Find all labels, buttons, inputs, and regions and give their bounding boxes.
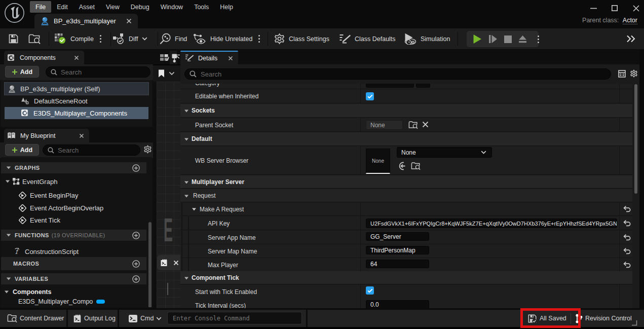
menu-asset[interactable]: Asset	[73, 1, 100, 13]
tab-my-blueprint[interactable]: My Blueprint	[4, 129, 89, 142]
asset-tab-close-icon[interactable]	[126, 18, 132, 24]
row-make-a-request[interactable]: Make A Request	[180, 203, 632, 216]
components-search[interactable]	[46, 66, 150, 78]
revision-control-button[interactable]: Revision Control	[575, 310, 632, 327]
toast-close-icon[interactable]	[173, 260, 179, 266]
stop-button[interactable]	[504, 35, 512, 43]
tree-row-self[interactable]: BP_e3ds_multiplayer (Self)	[5, 83, 148, 95]
bookmarks-icon[interactable]	[158, 69, 165, 78]
play-button[interactable]	[473, 34, 482, 44]
my-blueprint-search-input[interactable]	[58, 147, 140, 154]
save-asset-button[interactable]	[8, 28, 19, 49]
socket-clear-icon[interactable]	[422, 121, 429, 128]
event-tick-item[interactable]: Event Tick	[1, 215, 146, 225]
menu-view[interactable]: View	[100, 1, 125, 13]
my-blueprint-search[interactable]	[43, 144, 140, 156]
graphs-section-header[interactable]: GRAPHS	[1, 162, 146, 173]
hide-unrelated-options-kebab-icon[interactable]	[258, 35, 260, 43]
browse-to-asset-icon[interactable]	[411, 162, 421, 170]
compile-button[interactable]: Compile	[54, 28, 94, 49]
details-tab-close-icon[interactable]	[228, 56, 233, 61]
close-window-icon[interactable]	[631, 3, 641, 13]
details-search[interactable]	[184, 68, 611, 80]
editable-when-inherited-checkbox[interactable]	[366, 92, 374, 100]
reset-to-default-icon[interactable]	[622, 220, 632, 227]
menu-help[interactable]: Help	[214, 1, 239, 13]
subsection-request[interactable]: Request	[180, 189, 632, 202]
diff-button[interactable]: Diff	[112, 28, 147, 49]
content-drawer-button[interactable]: Content Drawer	[7, 310, 64, 327]
constructionscript-item[interactable]: f ConstructionScript	[1, 246, 146, 257]
tree-row-defaultsceneroot[interactable]: DefaultSceneRoot	[5, 95, 148, 107]
menu-window[interactable]: Window	[155, 1, 188, 13]
add-graph-icon[interactable]	[132, 164, 140, 172]
simulation-button[interactable]: Simulation	[404, 28, 450, 49]
event-beginplay-item[interactable]: Event BeginPlay	[1, 190, 146, 200]
category-combo-arrow[interactable]	[416, 84, 430, 88]
my-blueprint-scrollbar[interactable]	[148, 222, 151, 307]
eventgraph-item[interactable]: EventGraph	[1, 176, 146, 187]
output-log-button[interactable]: Output Log	[73, 310, 116, 327]
details-settings-gear-icon[interactable]	[630, 69, 638, 78]
details-scrollbar[interactable]	[634, 84, 637, 194]
socket-browse-icon[interactable]	[408, 121, 418, 129]
functions-section-header[interactable]: FUNCTIONS (19 OVERRIDABLE)	[1, 230, 146, 241]
console-command-box[interactable]	[167, 312, 302, 324]
viewport-tab-icon[interactable]	[160, 54, 170, 62]
reset-to-default-icon[interactable]	[622, 247, 632, 254]
hide-unrelated-button[interactable]: Hide Unrelated	[193, 28, 252, 49]
play-options-kebab-icon[interactable]	[538, 35, 539, 43]
my-blueprint-tab-close-icon[interactable]	[79, 133, 84, 138]
components-tab-close-icon[interactable]	[74, 55, 79, 60]
menu-tools[interactable]: Tools	[188, 1, 214, 13]
component-variable-item[interactable]: E3DS_Multiplayer_Compo	[1, 297, 146, 306]
console-command-input[interactable]	[173, 315, 296, 322]
class-settings-button[interactable]: Class Settings	[274, 28, 329, 49]
tick-interval-field[interactable]: 0.0	[366, 300, 429, 308]
add-blueprint-item-button[interactable]: Add	[5, 144, 39, 156]
section-component-tick[interactable]: Component Tick	[180, 271, 632, 284]
max-player-field[interactable]: 64	[366, 260, 429, 268]
my-blueprint-settings-gear-icon[interactable]	[143, 145, 152, 154]
bookmarks-chevron-icon[interactable]	[169, 71, 175, 76]
add-macro-icon[interactable]	[132, 260, 140, 268]
details-search-input[interactable]	[201, 70, 611, 78]
display-filter-icon[interactable]	[618, 70, 626, 78]
reset-to-default-icon[interactable]	[622, 205, 632, 212]
resize-grip-icon[interactable]	[631, 320, 637, 326]
maximize-icon[interactable]	[610, 3, 620, 13]
start-with-tick-enabled-checkbox[interactable]	[366, 286, 374, 295]
cmd-selector[interactable]: Cmd	[128, 310, 162, 327]
toolbar-overflow-button[interactable]	[626, 28, 636, 49]
parent-class-link[interactable]: Actor	[623, 17, 637, 24]
find-button[interactable]: Find	[160, 28, 187, 49]
asset-tab-bp-e3ds-multiplayer[interactable]: BP_e3ds_multiplayer	[34, 14, 138, 28]
frame-skip-button[interactable]	[488, 34, 498, 44]
reset-to-default-icon[interactable]	[622, 261, 632, 268]
section-multiplayer-server[interactable]: Multiplayer Server	[180, 175, 632, 189]
section-default[interactable]: Default	[180, 132, 632, 146]
server-map-name-field[interactable]: ThirdPersonMap	[366, 246, 429, 254]
reset-to-default-icon[interactable]	[622, 234, 632, 241]
menu-debug[interactable]: Debug	[125, 1, 155, 13]
parent-socket-field[interactable]: None	[366, 120, 403, 130]
macros-section-header[interactable]: MACROS	[1, 257, 146, 270]
api-key-field[interactable]: U2FsdGVkX1+6IFxYPQIgCr8+KqWJF5kZ7E+qXqtI…	[366, 218, 617, 228]
eject-button[interactable]	[518, 35, 527, 43]
menu-file[interactable]: File	[30, 1, 51, 13]
tab-details[interactable]: Details	[180, 51, 238, 64]
menu-edit[interactable]: Edit	[51, 1, 73, 13]
server-app-name-field[interactable]: GG_Server	[366, 232, 429, 241]
add-variable-icon[interactable]	[132, 275, 140, 283]
wb-asset-thumbnail[interactable]: None	[366, 149, 390, 174]
tab-components[interactable]: Components	[4, 51, 84, 64]
unreal-engine-logo-icon[interactable]	[4, 3, 25, 23]
category-combo-field[interactable]	[366, 84, 414, 88]
add-component-button[interactable]: Add	[5, 66, 39, 78]
row-category-partial[interactable]: Category	[180, 84, 632, 89]
variables-components-category[interactable]: Components	[1, 287, 146, 296]
class-defaults-button[interactable]: Class Defaults	[339, 28, 396, 49]
browse-asset-button[interactable]	[28, 28, 41, 49]
section-sockets[interactable]: Sockets	[180, 104, 632, 118]
components-search-input[interactable]	[61, 68, 150, 76]
